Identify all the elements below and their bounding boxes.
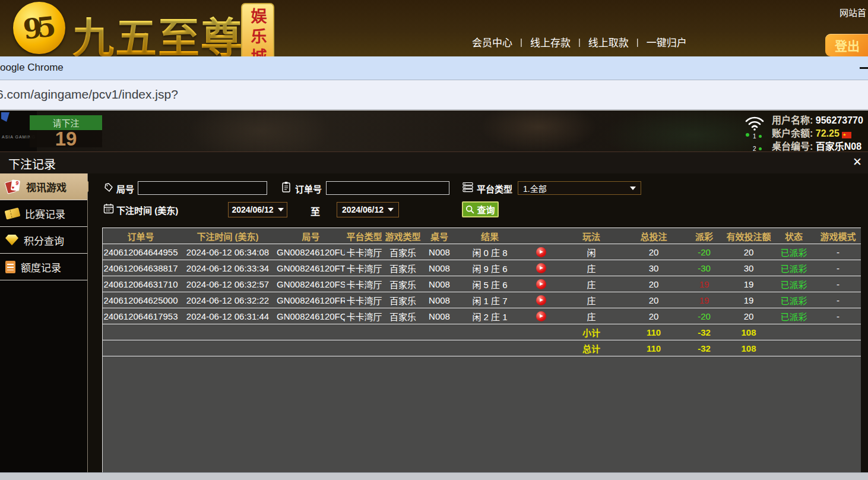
date-from-select[interactable]: 2024/06/12 [228,202,287,217]
nav-deposit[interactable]: 线上存款 [530,34,571,49]
sidebar-item-match-records[interactable]: 比赛记录 [0,200,87,227]
cell-payout: -20 [683,244,725,260]
col-round: 局号 [277,228,345,244]
nav-separator: | [520,37,522,47]
order-number-label: 订单号 [295,182,322,195]
user-name-label: 用户名称: [772,115,813,125]
date-to-value: 2024/06/12 [342,205,384,214]
countdown-value: 19 [30,130,102,147]
diamond-icon [5,235,18,245]
cell-game-type: 百家乐 [384,308,422,324]
nav-withdraw[interactable]: 线上取款 [588,34,629,49]
cell-video [523,276,559,292]
cell-valid-bet: 20 [725,308,772,324]
modal-title: 下注记录 [8,155,56,172]
cell-game-mode: - [815,308,861,324]
platform-selected-value: 1.全部 [518,182,547,194]
cell-round: GN008246120FQ [277,308,345,324]
date-to-select[interactable]: 2024/06/12 [337,202,399,217]
platform-type-select[interactable]: 1.全部 [518,181,641,195]
cell-result: 闲 9 庄 6 [457,260,523,276]
minimize-icon[interactable] [860,67,868,69]
95-coin-icon[interactable]: 95 [13,2,65,54]
cell-result: 闲 2 庄 1 [457,308,523,324]
video-play-icon[interactable] [536,279,546,289]
clipboard-icon [281,181,291,193]
cell-valid-bet: 19 [725,276,772,292]
total-row: 总计 110 -32 108 [103,340,861,356]
sidebar-item-quota-records[interactable]: 额度记录 [0,254,87,280]
cell-game-type: 百家乐 [384,244,422,260]
wifi-icon [745,115,765,131]
cell-total-bet: 30 [624,260,683,276]
cell-platform: 卡卡湾厅 [345,276,384,292]
search-button[interactable]: 查询 [462,201,499,217]
order-number-input[interactable] [326,181,449,195]
video-play-icon[interactable] [536,295,546,305]
site-home-link[interactable]: 网站首 [840,6,866,18]
cell-round: GN008246120FS [277,276,345,292]
cell-platform: 卡卡湾厅 [345,244,384,260]
cell-game-type: 百家乐 [384,260,422,276]
col-order: 订单号 [103,228,179,244]
cell-table: N008 [422,292,457,308]
platform-type-label: 平台类型 [477,182,512,195]
video-play-icon[interactable] [536,263,546,273]
cell-game-mode: - [815,276,861,292]
sidebar-item-label: 比赛记录 [25,206,65,221]
sidebar-item-video-games[interactable]: 视讯游戏 [0,173,87,200]
cell-status: 已派彩 [772,308,815,324]
window-titlebar: oogle Chrome [0,56,868,80]
cell-valid-bet: 30 [725,260,772,276]
video-play-icon[interactable] [536,247,546,257]
video-play-icon[interactable] [536,311,546,321]
cell-status: 已派彩 [772,292,815,308]
nav-one-key-transfer[interactable]: 一键归户 [647,34,687,49]
cell-video [523,308,559,324]
subtotal-bet: 110 [624,324,683,340]
cell-payout: 19 [683,292,725,308]
round-number-label: 局号 [116,182,134,195]
window-title: oogle Chrome [0,62,64,74]
nav-member-center[interactable]: 会员中心 [472,34,512,49]
subtotal-valid: 108 [725,324,772,340]
balance-label: 账户余额: [772,128,813,138]
cell-result: 闲 1 庄 7 [457,292,523,308]
records-table: 订单号 下注时间 (美东) 局号 平台类型 游戏类型 桌号 结果 玩法 总投注 … [103,228,861,356]
cell-table: N008 [422,276,457,292]
cell-valid-bet: 20 [725,244,772,260]
col-status: 状态 [772,228,815,244]
col-game-type: 游戏类型 [384,228,422,244]
page-url[interactable]: 6.com/agingame/pcv1/index.jsp? [0,87,178,102]
game-background-strip: ASIA GAMING 请下注 19 1 2 用户名称: 956273770 [0,110,868,151]
brand-title: 九五至尊 [72,5,243,56]
cell-play: 闲 [559,244,624,260]
list-item: 1 [753,130,762,143]
brand-badge: 娱乐城 [241,3,274,56]
date-from-value: 2024/06/12 [232,205,273,214]
playing-cards-icon [5,179,21,194]
cell-order: 240612064625000 [103,292,179,308]
list-item: 2 [753,143,762,151]
server-list-icon [462,182,473,192]
col-valid-bet: 有效投注额 [725,228,772,244]
cell-game-mode: - [815,292,861,308]
cell-payout: -30 [683,260,725,276]
logout-button[interactable]: 登出 [825,34,868,56]
header-nav: 会员中心 | 线上存款 | 线上取款 | 一键归户 [472,34,721,49]
table-row: 240612064644955 2024-06-12 06:34:08 GN00… [103,244,861,260]
green-dot-icon [759,135,762,138]
dropdown-arrow-icon [388,208,394,211]
sidebar-item-points-query[interactable]: 积分查询 [0,227,87,254]
cell-game-mode: - [815,244,861,260]
cell-play: 庄 [559,308,624,324]
cell-order: 240612064638817 [103,260,179,276]
round-number-input[interactable] [138,181,267,195]
cell-bet-time: 2024-06-12 06:34:08 [179,244,277,260]
table-row: 240612064625000 2024-06-12 06:32:22 GN00… [103,292,861,308]
col-game-mode: 游戏模式 [815,228,861,244]
subtotal-row: 小计 110 -32 108 [103,324,861,340]
total-bet: 110 [624,340,683,356]
address-bar[interactable]: 6.com/agingame/pcv1/index.jsp? [0,80,868,110]
close-icon[interactable]: ✕ [853,155,862,169]
